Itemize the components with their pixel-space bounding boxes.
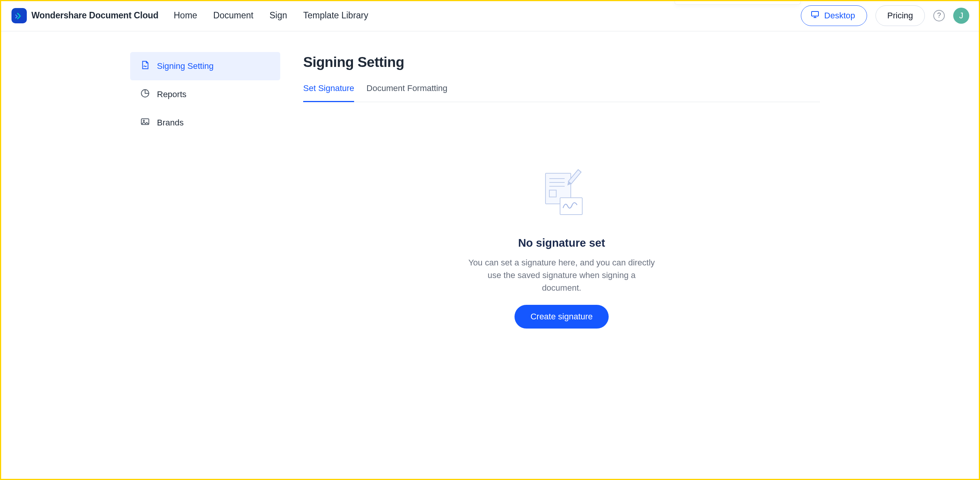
nav-sign[interactable]: Sign [270,10,287,21]
create-signature-button-label: Create signature [531,312,593,321]
empty-state: No signature set You can set a signature… [303,167,820,329]
help-icon[interactable]: ? [933,10,945,21]
content-tabs: Set Signature Document Formatting [303,83,820,102]
ghost-popup-edge [675,0,801,5]
signature-icon [140,60,150,72]
main-content: Signing Setting Set Signature Document F… [280,31,843,480]
avatar-initial: J [959,11,964,21]
header-right: Desktop Pricing ? J [801,5,969,26]
app-header: Wondershare Document Cloud Home Document… [0,0,980,31]
nav-document[interactable]: Document [213,10,253,21]
no-signature-illustration [535,167,588,221]
image-icon [140,117,150,129]
sidebar-item-signing-setting[interactable]: Signing Setting [130,52,280,80]
svg-rect-0 [812,11,818,16]
desktop-button-label: Desktop [824,11,855,21]
pricing-button[interactable]: Pricing [875,5,925,26]
sidebar-item-brands[interactable]: Brands [130,109,280,137]
top-navigation: Home Document Sign Template Library [174,10,368,21]
sidebar-item-label: Reports [157,89,186,99]
brand-logo-wrap[interactable]: Wondershare Document Cloud [11,8,158,23]
sidebar-item-reports[interactable]: Reports [130,80,280,109]
empty-state-title: No signature set [303,237,820,249]
brand-logo-icon [11,8,27,23]
tab-set-signature[interactable]: Set Signature [303,83,354,102]
pricing-button-label: Pricing [887,11,913,21]
settings-sidebar: Signing Setting Reports Brands [130,31,280,480]
create-signature-button[interactable]: Create signature [514,305,609,329]
desktop-button[interactable]: Desktop [801,5,867,26]
nav-home[interactable]: Home [174,10,197,21]
sidebar-item-label: Signing Setting [157,61,214,71]
empty-state-description: You can set a signature here, and you ca… [468,256,655,294]
page-title: Signing Setting [303,54,820,70]
nav-template-library[interactable]: Template Library [303,10,368,21]
monitor-icon [810,10,820,21]
tab-document-formatting[interactable]: Document Formatting [366,83,448,102]
avatar[interactable]: J [953,8,969,24]
svg-point-3 [143,120,144,121]
body: Signing Setting Reports Brands [0,31,980,480]
brand-name: Wondershare Document Cloud [31,10,158,21]
pie-chart-icon [140,88,150,101]
sidebar-item-label: Brands [157,118,184,128]
